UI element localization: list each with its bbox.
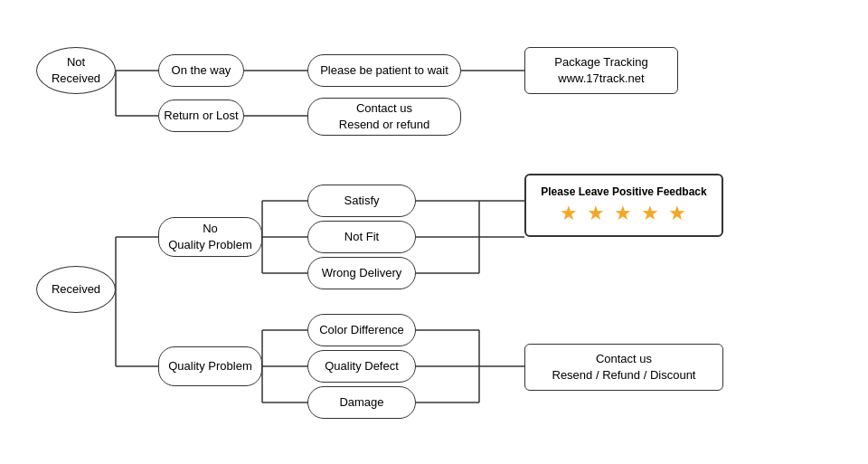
not-received-node: Not Received (36, 47, 116, 94)
return-lost-node: Return or Lost (158, 99, 244, 132)
quality-problem-node: Quality Problem (158, 346, 262, 386)
positive-feedback-box: Please Leave Positive Feedback ★ ★ ★ ★ ★ (524, 174, 723, 237)
wrong-delivery-node: Wrong Delivery (307, 257, 416, 289)
satisfy-node: Satisfy (307, 185, 416, 217)
diagram: Not Received On the way Please be patien… (0, 0, 868, 464)
damage-node: Damage (307, 386, 416, 419)
quality-defect-node: Quality Defect (307, 350, 416, 383)
contact-resend-discount-node: Contact us Resend / Refund / Discount (524, 344, 723, 391)
received-node: Received (36, 266, 116, 313)
please-wait-node: Please be patient to wait (307, 54, 461, 87)
feedback-label: Please Leave Positive Feedback (541, 185, 706, 198)
color-difference-node: Color Difference (307, 314, 416, 346)
no-quality-problem-node: No Quality Problem (158, 217, 262, 257)
on-the-way-node: On the way (158, 54, 244, 87)
package-tracking-node: Package Tracking www.17track.net (524, 47, 678, 94)
contact-resend-refund-top-node: Contact us Resend or refund (307, 98, 461, 136)
stars-display: ★ ★ ★ ★ ★ (560, 202, 688, 225)
not-fit-node: Not Fit (307, 221, 416, 253)
